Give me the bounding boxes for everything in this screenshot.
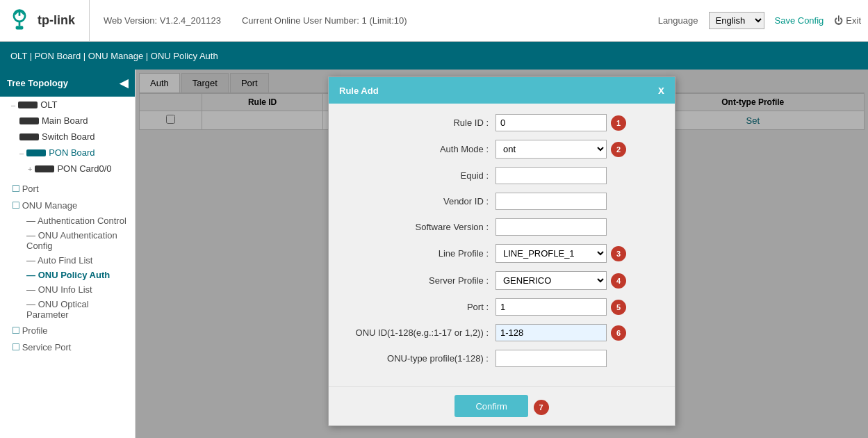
header-right: Language English Chinese Save Config ⏻ E…	[658, 12, 861, 29]
auth-mode-label: Auth Mode :	[343, 144, 496, 154]
rule-id-label: Rule ID :	[343, 117, 496, 128]
dash-icon-2: —	[26, 230, 35, 241]
port-row: Port : 5	[343, 298, 661, 316]
plus-icon-port: □	[13, 182, 19, 195]
modal-close-button[interactable]: x	[658, 84, 664, 97]
logo-area: tp-link	[7, 0, 90, 41]
modal-header: Rule Add x	[329, 77, 675, 104]
sidebar-item-olt[interactable]: – OLT	[0, 97, 135, 113]
server-profile-label: Server Profile :	[343, 275, 496, 286]
auth-mode-row: Auth Mode : ont mac password hybrid-mac …	[343, 140, 661, 159]
modal-overlay: Rule Add x Rule ID : 1 Auth Mode :	[136, 70, 868, 438]
sidebar-item-onu-policy-auth[interactable]: — ONU Policy Auth	[13, 268, 135, 282]
pon-card-label: PON Card0/0	[57, 163, 111, 174]
software-version-input[interactable]	[496, 218, 607, 236]
sidebar-item-profile[interactable]: □ Profile	[13, 322, 135, 339]
pon-board-label: PON Board	[49, 147, 95, 158]
profile-label: Profile	[22, 325, 48, 336]
language-select[interactable]: English Chinese	[709, 12, 764, 29]
step-badge-7: 7	[534, 400, 549, 415]
line-profile-label: Line Profile :	[343, 248, 496, 259]
tp-link-logo-icon	[7, 8, 32, 33]
breadcrumb: OLT | PON Board | ONU Manage | ONU Polic…	[0, 42, 868, 70]
step-badge-5: 5	[611, 300, 626, 315]
onu-id-label: ONU ID(1-128(e.g.:1-17 or 1,2)) :	[343, 327, 496, 338]
onu-manage-label: ONU Manage	[22, 200, 77, 211]
sidebar-item-pon-board[interactable]: – PON Board	[0, 145, 135, 161]
step-badge-4: 4	[611, 273, 626, 289]
svg-rect-2	[16, 26, 24, 29]
sidebar-item-switch-board[interactable]: Switch Board	[0, 129, 135, 145]
confirm-button[interactable]: Confirm	[455, 395, 528, 417]
rule-id-row: Rule ID : 1	[343, 114, 661, 131]
onu-policy-auth-label: ONU Policy Auth	[38, 270, 110, 280]
dash-icon-5: —	[26, 284, 35, 295]
software-version-label: Software Version :	[343, 222, 496, 232]
exit-button[interactable]: ⏻ Exit	[834, 15, 861, 26]
equid-input[interactable]	[496, 167, 607, 184]
expand-icon: –	[11, 101, 15, 109]
online-user-label: Current Online User Number: 1 (Limit:10)	[242, 15, 407, 26]
step-badge-2: 2	[611, 142, 626, 157]
auth-mode-select[interactable]: ont mac password hybrid-mac hybrid-ont	[496, 140, 607, 159]
collapse-sidebar-button[interactable]: ◀	[120, 76, 128, 90]
vendor-id-label: Vendor ID :	[343, 196, 496, 206]
sidebar-item-port[interactable]: □ Port	[13, 180, 135, 197]
onu-info-list-label: ONU Info List	[38, 284, 92, 295]
sidebar-item-service-port[interactable]: □ Service Port	[13, 339, 135, 355]
line-profile-row: Line Profile : LINE_PROFLE_1 LINE_PROFLE…	[343, 244, 661, 263]
server-profile-row: Server Profile : GENERICO DEFAULT 4	[343, 271, 661, 290]
port-input[interactable]	[496, 298, 607, 316]
content-area: Auth Target Port Rule ID le Port ID ONU …	[136, 70, 868, 438]
olt-device-icon	[18, 102, 38, 108]
sidebar-item-onu-auth-config[interactable]: — ONU Authentication Config	[13, 228, 135, 253]
pon-card-device-icon	[35, 165, 54, 172]
equid-label: Equid :	[343, 170, 496, 181]
sidebar-item-auto-find[interactable]: — Auto Find List	[13, 253, 135, 268]
line-profile-select[interactable]: LINE_PROFLE_1 LINE_PROFLE_2	[496, 244, 607, 263]
header: tp-link Web Version: V1.2.4_201123 Curre…	[0, 0, 868, 42]
main-board-device-icon	[19, 117, 39, 124]
save-config-button[interactable]: Save Config	[775, 15, 824, 26]
sidebar-item-main-board[interactable]: Main Board	[0, 113, 135, 129]
authentication-control-label: Authentication Control	[38, 216, 126, 226]
breadcrumb-path: OLT | PON Board | ONU Manage | ONU Polic…	[10, 51, 218, 61]
onu-id-row: ONU ID(1-128(e.g.:1-17 or 1,2)) : 6	[343, 324, 661, 341]
onu-id-input[interactable]	[496, 324, 607, 341]
onu-optical-param-label: ONU Optical Parameter	[26, 299, 89, 320]
sidebar-item-onu-optical-param[interactable]: — ONU Optical Parameter	[13, 297, 135, 322]
step-badge-3: 3	[611, 246, 626, 261]
web-version-label: Web Version: V1.2.4_201123	[104, 15, 221, 26]
pon-card-expand-icon: +	[28, 165, 32, 173]
vendor-id-input[interactable]	[496, 193, 607, 210]
tree-topology-title: Tree Topology	[7, 78, 68, 88]
equid-row: Equid :	[343, 167, 661, 184]
onu-type-profile-input[interactable]	[496, 350, 607, 367]
switch-board-device-icon	[19, 133, 39, 140]
main-board-label: Main Board	[42, 115, 88, 126]
dash-icon-3: —	[26, 255, 35, 266]
header-info: Web Version: V1.2.4_201123 Current Onlin…	[90, 15, 658, 26]
server-profile-select[interactable]: GENERICO DEFAULT	[496, 271, 607, 290]
modal-footer: Confirm 7	[329, 386, 675, 425]
sidebar: Tree Topology ◀ – OLT Main Board Switch …	[0, 70, 136, 438]
olt-label: OLT	[40, 99, 57, 110]
dash-icon-6: —	[26, 299, 35, 309]
sidebar-item-onu-info-list[interactable]: — ONU Info List	[13, 282, 135, 297]
onu-auth-config-label: ONU Authentication Config	[26, 230, 117, 251]
minus-icon-onu: □	[13, 199, 19, 211]
rule-id-input[interactable]	[496, 114, 607, 131]
service-port-label: Service Port	[22, 342, 72, 352]
step-badge-6: 6	[611, 325, 626, 341]
sidebar-item-authentication-control[interactable]: — Authentication Control	[13, 213, 135, 228]
plus-icon-profile: □	[13, 324, 19, 336]
modal-body: Rule ID : 1 Auth Mode : ont mac password…	[329, 104, 675, 386]
confirm-label: Confirm	[475, 401, 507, 412]
logo-text: tp-link	[38, 13, 75, 28]
sidebar-item-onu-manage[interactable]: □ ONU Manage	[13, 197, 135, 213]
rule-add-modal: Rule Add x Rule ID : 1 Auth Mode :	[328, 76, 675, 426]
auto-find-label: Auto Find List	[38, 255, 93, 266]
tree-topology-header: Tree Topology ◀	[0, 70, 135, 97]
pon-board-device-icon	[26, 149, 46, 156]
sidebar-item-pon-card[interactable]: + PON Card0/0	[0, 161, 135, 177]
